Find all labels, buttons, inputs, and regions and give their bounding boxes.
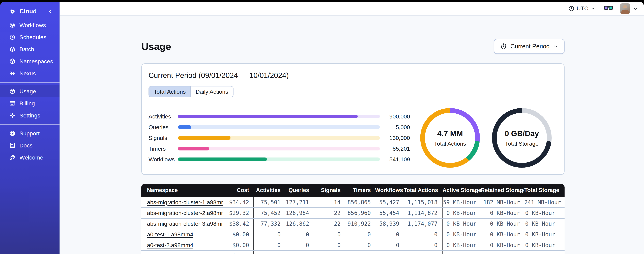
total-storage-label: Total Storage — [505, 140, 538, 147]
sidebar-item-welcome[interactable]: Welcome — [0, 152, 60, 164]
bar-category-label: Signals — [148, 135, 178, 141]
cell-cost: $0.00 — [223, 253, 254, 254]
account-menu-chevron-icon[interactable] — [632, 6, 638, 12]
period-selector-button[interactable]: Current Period — [494, 39, 564, 54]
cell-active-storage: 0 KB-Hour — [442, 242, 481, 248]
cell-retained-storage: 182 MB-Hour — [481, 199, 524, 206]
feedback-glasses-icon[interactable] — [604, 5, 613, 12]
chevron-down-icon — [553, 44, 558, 49]
sidebar-item-billing[interactable]: Billing — [0, 97, 60, 110]
cell-total-storage: 0 KB-Hour — [524, 242, 564, 248]
sidebar-divider — [0, 82, 60, 82]
cell-cost: $38.42 — [223, 220, 254, 227]
sidebar-item-label: Billing — [20, 100, 35, 107]
cell-workflows: 55,454 — [375, 210, 404, 216]
cell-cost: $29.32 — [223, 210, 254, 216]
cell-workflows: 0 — [375, 231, 404, 238]
cell-timers: 910,922 — [345, 220, 375, 227]
sidebar-item-nexus[interactable]: Nexus — [0, 67, 60, 80]
user-avatar[interactable] — [620, 3, 630, 14]
cell-workflows: 58,939 — [375, 220, 404, 227]
cell-workflows: 0 — [375, 242, 404, 248]
cell-activities: 0 — [254, 231, 285, 238]
sidebar-item-docs[interactable]: Docs — [0, 140, 60, 152]
usage-bar-row: Workflows541,109 — [148, 154, 410, 165]
bar-track — [178, 114, 380, 118]
page-title: Usage — [141, 41, 171, 52]
bar-value: 900,000 — [380, 113, 410, 120]
cell-total-actions: 0 — [404, 231, 442, 238]
usage-bar-row: Queries5,000 — [148, 122, 410, 132]
sidebar-brand-cloud[interactable]: Cloud — [0, 5, 60, 18]
total-actions-donut: 4.7 MM Total Actions — [420, 108, 480, 168]
nexus-asterisk-icon — [9, 70, 16, 77]
period-card-title: Current Period (09/01/2024 — 10/01/2024) — [148, 71, 557, 80]
sidebar-item-namespaces[interactable]: Namespaces — [0, 55, 60, 67]
namespace-link[interactable]: bk-worker-test.a98mm4 — [147, 253, 207, 254]
cell-queries: 0 — [285, 242, 314, 248]
cell-total-actions: 1,174,077 — [404, 220, 442, 227]
period-selector-label: Current Period — [510, 43, 550, 50]
tab-total-actions[interactable]: Total Actions — [149, 86, 191, 97]
cell-active-storage: 59 MB-Hour — [442, 199, 481, 206]
sidebar-item-support[interactable]: Support — [0, 127, 60, 140]
column-header-timers: Timers — [345, 187, 375, 193]
timezone-dropdown[interactable]: UTC — [568, 5, 596, 12]
app-window: Cloud Workflows Schedules Batch — [0, 2, 644, 254]
cell-retained-storage: 0 KB-Hour — [481, 242, 524, 248]
topbar: UTC — [60, 2, 644, 16]
usage-bar-row: Timers85,201 — [148, 143, 410, 154]
cell-total-actions: 1 — [404, 253, 442, 254]
actions-bar-chart: Activities900,000Queries5,000Signals130,… — [148, 111, 410, 165]
batch-layers-icon — [9, 46, 16, 52]
bar-fill — [178, 114, 358, 118]
cell-namespace: abs-migration-cluster-3.a98mm4 — [141, 220, 223, 227]
total-actions-value: 4.7 MM — [437, 129, 463, 138]
cell-total-actions: 0 — [404, 242, 442, 248]
actions-view-toggle: Total Actions Daily Actions — [148, 86, 234, 97]
billing-card-icon — [9, 100, 16, 107]
sidebar-item-batch[interactable]: Batch — [0, 43, 60, 55]
cell-timers: 856,865 — [345, 199, 375, 206]
sidebar-item-label: Welcome — [20, 154, 43, 161]
cell-namespace: bk-worker-test.a98mm4 — [141, 253, 223, 254]
sidebar-item-workflows[interactable]: Workflows — [0, 19, 60, 31]
namespace-link[interactable]: abs-migration-cluster-2.a98mm4 — [147, 210, 223, 216]
table-row: bk-worker-test.a98mm4$0.000000110 KB-Hou… — [141, 250, 564, 254]
sidebar-divider — [0, 124, 60, 125]
cell-active-storage: 0 KB-Hour — [442, 253, 481, 254]
sidebar-item-label: Schedules — [20, 34, 46, 40]
table-row: a0-test-2.a98mm4$0.000000000 KB-Hour0 KB… — [141, 240, 564, 250]
tab-daily-actions[interactable]: Daily Actions — [191, 86, 233, 97]
column-header-cost: Cost — [223, 187, 254, 193]
sidebar-item-label: Docs — [20, 142, 32, 149]
sidebar-item-label: Namespaces — [20, 58, 53, 65]
cell-namespace: abs-migration-cluster-2.a98mm4 — [141, 210, 223, 216]
sidebar: Cloud Workflows Schedules Batch — [0, 2, 60, 254]
column-header-active-storage: Active Storage — [442, 187, 481, 193]
sidebar-item-settings[interactable]: Settings — [0, 110, 60, 122]
namespace-link[interactable]: abs-migration-cluster-1.a98mm4 — [147, 199, 223, 206]
sidebar-item-label: Usage — [20, 88, 36, 95]
cell-signals: 0 — [314, 242, 345, 248]
sidebar-item-label: Support — [20, 130, 40, 137]
table-header-row: NamespaceCostActivitiesQueriesSignalsTim… — [141, 184, 564, 197]
namespace-link[interactable]: abs-migration-cluster-3.a98mm4 — [147, 220, 223, 227]
temporal-logo-icon — [9, 8, 16, 15]
bar-category-label: Activities — [148, 113, 178, 120]
bar-value: 130,000 — [380, 135, 410, 141]
column-header-total-actions: Total Actions — [404, 187, 442, 193]
sidebar-item-label: Batch — [20, 46, 34, 52]
namespace-link[interactable]: a0-test-1.a98mm4 — [147, 231, 193, 238]
sidebar-item-usage[interactable]: Usage — [0, 85, 60, 97]
cell-timers: 0 — [345, 253, 375, 254]
cell-namespace: a0-test-2.a98mm4 — [141, 242, 223, 248]
sidebar-item-schedules[interactable]: Schedules — [0, 31, 60, 43]
bar-value: 541,109 — [380, 156, 410, 163]
collapse-sidebar-icon[interactable] — [48, 8, 53, 14]
column-header-workflows: Workflows — [375, 187, 404, 193]
cell-retained-storage: 0 KB-Hour — [481, 253, 524, 254]
namespace-link[interactable]: a0-test-2.a98mm4 — [147, 242, 193, 248]
stopwatch-icon — [500, 43, 507, 50]
cell-active-storage: 0 KB-Hour — [442, 231, 481, 238]
